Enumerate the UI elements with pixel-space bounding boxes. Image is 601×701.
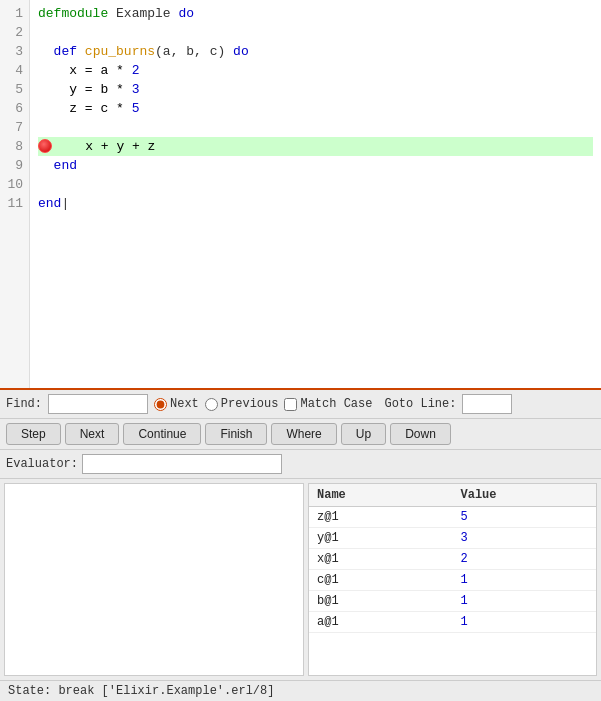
breakpoint-icon [38, 139, 52, 153]
find-bar: Find: Next Previous Match Case Goto Line… [0, 390, 601, 419]
variable-value: 1 [453, 570, 597, 590]
variable-row: z@15 [309, 507, 596, 528]
variables-header: Name Value [309, 484, 596, 507]
variable-value: 5 [453, 507, 597, 527]
variables-panel: Name Value z@15y@13x@12c@11b@11a@11 [308, 483, 597, 676]
variable-row: y@13 [309, 528, 596, 549]
variable-name: a@1 [309, 612, 453, 632]
variable-row: a@11 [309, 612, 596, 633]
goto-line-input[interactable] [462, 394, 512, 414]
finish-button[interactable]: Finish [205, 423, 267, 445]
match-case-checkbox[interactable] [284, 398, 297, 411]
code-editor: 1 2 3 4 5 6 7 8 9 10 11 defmodule Exampl… [0, 0, 601, 390]
status-text: State: break ['Elixir.Example'.erl/8] [8, 684, 274, 698]
variable-name: z@1 [309, 507, 453, 527]
where-button[interactable]: Where [271, 423, 336, 445]
variable-row: b@11 [309, 591, 596, 612]
variable-value: 3 [453, 528, 597, 548]
goto-line-label: Goto Line: [384, 397, 456, 411]
next-radio[interactable] [154, 398, 167, 411]
bottom-panel: Find: Next Previous Match Case Goto Line… [0, 390, 601, 701]
code-line-5: y = b * 3 [38, 80, 593, 99]
next-radio-group: Next [154, 397, 199, 411]
variable-value: 1 [453, 612, 597, 632]
variable-name: b@1 [309, 591, 453, 611]
variable-row: x@12 [309, 549, 596, 570]
variable-name: y@1 [309, 528, 453, 548]
code-line-6: z = c * 5 [38, 99, 593, 118]
evaluator-label: Evaluator: [6, 457, 78, 471]
code-line-4: x = a * 2 [38, 61, 593, 80]
previous-radio[interactable] [205, 398, 218, 411]
step-button[interactable]: Step [6, 423, 61, 445]
code-line-11: end| [38, 194, 593, 213]
previous-radio-group: Previous [205, 397, 279, 411]
variable-name: x@1 [309, 549, 453, 569]
continue-button[interactable]: Continue [123, 423, 201, 445]
variable-name: c@1 [309, 570, 453, 590]
status-bar: State: break ['Elixir.Example'.erl/8] [0, 680, 601, 701]
find-label: Find: [6, 397, 42, 411]
eval-output-panel[interactable] [4, 483, 304, 676]
up-button[interactable]: Up [341, 423, 386, 445]
find-input[interactable] [48, 394, 148, 414]
value-column-header: Value [453, 484, 597, 506]
next-button[interactable]: Next [65, 423, 120, 445]
code-line-10 [38, 175, 593, 194]
name-column-header: Name [309, 484, 453, 506]
variable-value: 1 [453, 591, 597, 611]
variable-row: c@11 [309, 570, 596, 591]
match-case-group: Match Case [284, 397, 372, 411]
code-line-7 [38, 118, 593, 137]
code-line-8: x + y + z [38, 137, 593, 156]
previous-radio-label: Previous [221, 397, 279, 411]
match-case-label: Match Case [300, 397, 372, 411]
code-line-2 [38, 23, 593, 42]
next-radio-label: Next [170, 397, 199, 411]
main-content: Name Value z@15y@13x@12c@11b@11a@11 [0, 479, 601, 680]
variables-rows: z@15y@13x@12c@11b@11a@11 [309, 507, 596, 633]
code-line-3: def cpu_burns(a, b, c) do [38, 42, 593, 61]
code-line-1: defmodule Example do [38, 4, 593, 23]
variable-value: 2 [453, 549, 597, 569]
code-area[interactable]: defmodule Example do def cpu_burns(a, b,… [30, 0, 601, 388]
buttons-bar: Step Next Continue Finish Where Up Down [0, 419, 601, 450]
evaluator-input[interactable] [82, 454, 282, 474]
evaluator-row: Evaluator: [0, 450, 601, 479]
line-numbers: 1 2 3 4 5 6 7 8 9 10 11 [0, 0, 30, 388]
code-line-9: end [38, 156, 593, 175]
down-button[interactable]: Down [390, 423, 451, 445]
